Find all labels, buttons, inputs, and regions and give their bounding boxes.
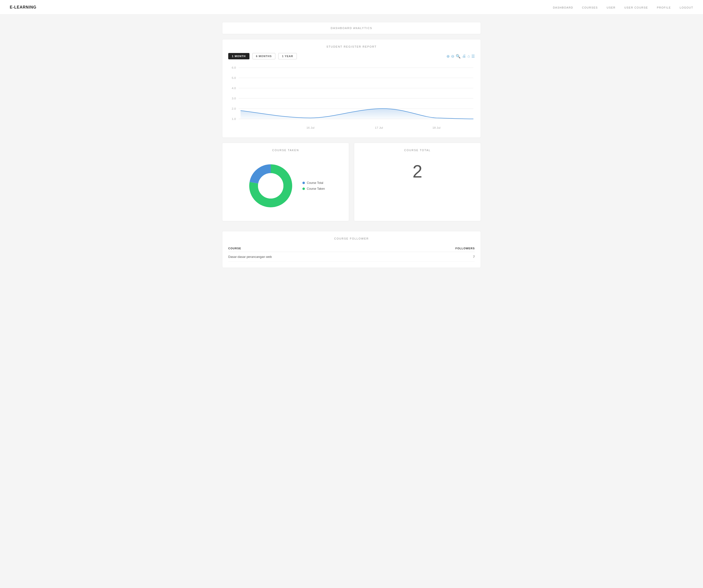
legend-course-taken: Course Taken bbox=[302, 187, 325, 191]
main-container: DASHBOARD ANALYTICS STUDENT REGISTER REP… bbox=[217, 22, 486, 268]
search-icon[interactable]: 🔍 bbox=[456, 54, 461, 59]
course-taken-title: COURSE TAKEN bbox=[228, 149, 343, 152]
chart-toolbar: ⊕ ⊖ 🔍 🖨 ⌂ ☰ bbox=[447, 54, 475, 59]
donut-chart-svg: 77.8% 22.2% bbox=[246, 161, 295, 210]
legend-dot-total bbox=[302, 182, 305, 184]
navbar: E-LEARNING DASHBOARD COURSES USER USER C… bbox=[0, 0, 703, 15]
legend-label-taken: Course Taken bbox=[307, 187, 325, 191]
follower-table-head: COURSE FOLLOWERS bbox=[228, 245, 475, 252]
svg-text:17 Jul: 17 Jul bbox=[375, 126, 383, 129]
nav-dashboard[interactable]: DASHBOARD bbox=[553, 6, 573, 9]
svg-text:22.2%: 22.2% bbox=[268, 178, 275, 181]
nav-logout[interactable]: LOGOUT bbox=[680, 6, 693, 9]
course-total-card: COURSE TOTAL 2 bbox=[354, 143, 481, 221]
course-total-title: COURSE TOTAL bbox=[360, 149, 475, 152]
svg-text:16 Jul: 16 Jul bbox=[306, 126, 314, 129]
course-followers: 7 bbox=[399, 252, 475, 262]
nav-user-course[interactable]: USER COURSE bbox=[624, 6, 648, 9]
btn-6months[interactable]: 6 MONTHS bbox=[252, 53, 276, 59]
brand-logo: E-LEARNING bbox=[10, 5, 36, 9]
btn-1month[interactable]: 1 MONTH bbox=[228, 53, 249, 59]
course-total-value: 2 bbox=[360, 161, 475, 181]
svg-text:77.8%: 77.8% bbox=[261, 193, 269, 196]
donut-legend: Course Total Course Taken bbox=[302, 181, 325, 191]
svg-text:2.0: 2.0 bbox=[232, 107, 236, 110]
line-chart-wrapper: 6.0 5.0 4.0 3.0 2.0 1.0 16 Jul 17 Jul 18… bbox=[228, 63, 475, 132]
course-follower-title: COURSE FOLLOWER bbox=[228, 237, 475, 240]
nav-links: DASHBOARD COURSES USER USER COURSE PROFI… bbox=[553, 5, 693, 9]
nav-courses[interactable]: COURSES bbox=[582, 6, 598, 9]
course-name: Dasar-dasar perancangan web bbox=[228, 252, 399, 262]
donut-wrapper: 77.8% 22.2% Course Total Course Taken bbox=[228, 156, 343, 215]
svg-text:6.0: 6.0 bbox=[232, 66, 236, 69]
course-taken-card: COURSE TAKEN 77.8% 22.2% bbox=[222, 143, 349, 221]
zoom-out-icon[interactable]: ⊖ bbox=[451, 54, 454, 59]
bottom-row: COURSE TAKEN 77.8% 22.2% bbox=[222, 143, 481, 226]
col-followers: FOLLOWERS bbox=[399, 245, 475, 252]
student-report-card: STUDENT REGISTER REPORT 1 MONTH 6 MONTHS… bbox=[222, 39, 481, 138]
svg-text:4.0: 4.0 bbox=[232, 87, 236, 90]
legend-dot-taken bbox=[302, 188, 305, 190]
print-icon[interactable]: 🖨 bbox=[462, 54, 466, 58]
svg-text:5.0: 5.0 bbox=[232, 76, 236, 79]
table-row: Dasar-dasar perancangan web 7 bbox=[228, 252, 475, 262]
nav-user[interactable]: USER bbox=[607, 6, 616, 9]
nav-profile[interactable]: PROFILE bbox=[657, 6, 671, 9]
follower-table-body: Dasar-dasar perancangan web 7 bbox=[228, 252, 475, 262]
col-course: COURSE bbox=[228, 245, 399, 252]
follower-table: COURSE FOLLOWERS Dasar-dasar perancangan… bbox=[228, 245, 475, 262]
analytics-header-card: DASHBOARD ANALYTICS bbox=[222, 22, 481, 34]
menu-icon[interactable]: ☰ bbox=[471, 54, 475, 59]
btn-1year[interactable]: 1 YEAR bbox=[278, 53, 297, 59]
legend-course-total: Course Total bbox=[302, 181, 325, 185]
home-icon[interactable]: ⌂ bbox=[467, 54, 470, 58]
svg-text:18 Jul: 18 Jul bbox=[432, 126, 440, 129]
svg-text:1.0: 1.0 bbox=[232, 118, 236, 121]
student-report-title: STUDENT REGISTER REPORT bbox=[228, 45, 475, 48]
course-follower-card: COURSE FOLLOWER COURSE FOLLOWERS Dasar-d… bbox=[222, 231, 481, 268]
svg-text:3.0: 3.0 bbox=[232, 97, 236, 100]
line-chart-svg: 6.0 5.0 4.0 3.0 2.0 1.0 16 Jul 17 Jul 18… bbox=[228, 63, 475, 132]
chart-controls: 1 MONTH 6 MONTHS 1 YEAR ⊕ ⊖ 🔍 🖨 ⌂ ☰ bbox=[228, 53, 475, 59]
legend-label-total: Course Total bbox=[307, 181, 323, 185]
analytics-title: DASHBOARD ANALYTICS bbox=[228, 26, 475, 29]
zoom-in-icon[interactable]: ⊕ bbox=[447, 54, 450, 59]
